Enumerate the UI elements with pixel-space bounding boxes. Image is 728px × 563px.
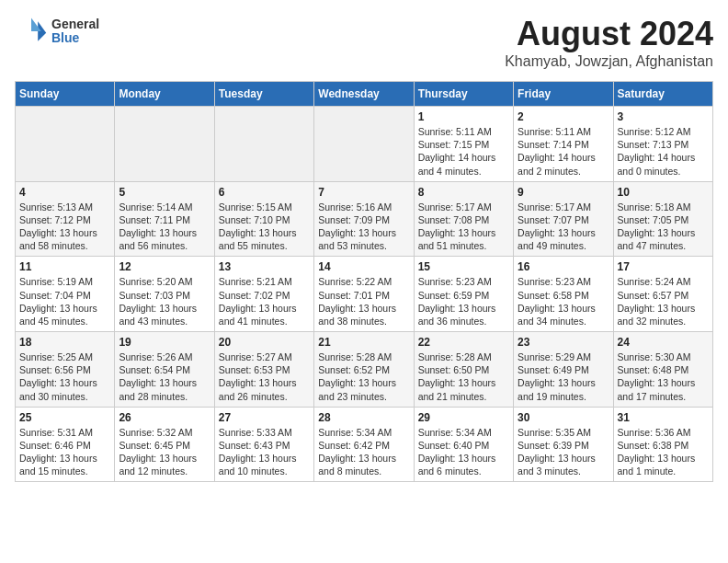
day-info: Sunrise: 5:23 AM Sunset: 6:58 PM Dayligh… [518,275,609,327]
day-info: Sunrise: 5:12 AM Sunset: 7:13 PM Dayligh… [618,125,709,178]
day-number: 25 [19,411,110,424]
logo: General Blue [15,15,99,48]
day-info: Sunrise: 5:27 AM Sunset: 6:53 PM Dayligh… [219,350,310,403]
day-info: Sunrise: 5:36 AM Sunset: 6:38 PM Dayligh… [618,426,709,478]
day-info: Sunrise: 5:26 AM Sunset: 6:54 PM Dayligh… [119,350,210,403]
day-number: 31 [618,411,709,424]
calendar-cell: 26Sunrise: 5:32 AM Sunset: 6:45 PM Dayli… [115,407,214,482]
day-number: 12 [119,260,210,273]
day-header-friday: Friday [514,82,613,107]
week-row-1: 1Sunrise: 5:11 AM Sunset: 7:15 PM Daylig… [16,107,713,182]
day-number: 6 [219,186,310,199]
day-info: Sunrise: 5:35 AM Sunset: 6:39 PM Dayligh… [518,426,609,478]
calendar-cell [16,107,115,182]
calendar-cell [214,107,313,182]
calendar-cell: 22Sunrise: 5:28 AM Sunset: 6:50 PM Dayli… [414,332,513,408]
day-info: Sunrise: 5:23 AM Sunset: 6:59 PM Dayligh… [418,275,509,327]
calendar-cell: 2Sunrise: 5:11 AM Sunset: 7:14 PM Daylig… [514,107,613,182]
day-header-wednesday: Wednesday [314,82,414,107]
day-number: 27 [219,411,310,424]
page-header: General Blue August 2024 Khamyab, Jowzja… [15,15,713,70]
calendar-table: SundayMondayTuesdayWednesdayThursdayFrid… [15,81,713,482]
week-row-5: 25Sunrise: 5:31 AM Sunset: 6:46 PM Dayli… [16,407,713,482]
day-number: 19 [119,336,210,349]
calendar-cell [115,107,214,182]
day-number: 23 [518,336,609,349]
calendar-cell: 10Sunrise: 5:18 AM Sunset: 7:05 PM Dayli… [613,181,712,257]
day-info: Sunrise: 5:34 AM Sunset: 6:42 PM Dayligh… [318,426,409,478]
day-number: 3 [618,110,709,123]
day-info: Sunrise: 5:28 AM Sunset: 6:52 PM Dayligh… [318,350,409,403]
calendar-cell: 23Sunrise: 5:29 AM Sunset: 6:49 PM Dayli… [514,332,613,408]
calendar-header-row: SundayMondayTuesdayWednesdayThursdayFrid… [16,82,713,107]
calendar-cell: 11Sunrise: 5:19 AM Sunset: 7:04 PM Dayli… [16,257,115,332]
day-info: Sunrise: 5:20 AM Sunset: 7:03 PM Dayligh… [119,275,210,327]
calendar-cell: 3Sunrise: 5:12 AM Sunset: 7:13 PM Daylig… [613,107,712,182]
week-row-3: 11Sunrise: 5:19 AM Sunset: 7:04 PM Dayli… [16,257,713,332]
calendar-cell: 18Sunrise: 5:25 AM Sunset: 6:56 PM Dayli… [16,332,115,408]
calendar-cell: 28Sunrise: 5:34 AM Sunset: 6:42 PM Dayli… [314,407,414,482]
day-info: Sunrise: 5:25 AM Sunset: 6:56 PM Dayligh… [19,350,110,403]
day-number: 14 [318,260,409,273]
calendar-cell: 17Sunrise: 5:24 AM Sunset: 6:57 PM Dayli… [613,257,712,332]
day-header-tuesday: Tuesday [214,82,313,107]
week-row-4: 18Sunrise: 5:25 AM Sunset: 6:56 PM Dayli… [16,332,713,408]
logo-line2: Blue [51,31,99,45]
day-info: Sunrise: 5:33 AM Sunset: 6:43 PM Dayligh… [219,426,310,478]
day-info: Sunrise: 5:19 AM Sunset: 7:04 PM Dayligh… [19,275,110,327]
calendar-cell: 12Sunrise: 5:20 AM Sunset: 7:03 PM Dayli… [115,257,214,332]
day-info: Sunrise: 5:17 AM Sunset: 7:08 PM Dayligh… [418,201,509,253]
day-number: 5 [119,186,210,199]
day-info: Sunrise: 5:24 AM Sunset: 6:57 PM Dayligh… [618,275,709,327]
calendar-cell: 27Sunrise: 5:33 AM Sunset: 6:43 PM Dayli… [214,407,313,482]
day-number: 28 [318,411,409,424]
calendar-cell: 1Sunrise: 5:11 AM Sunset: 7:15 PM Daylig… [414,107,513,182]
calendar-cell: 19Sunrise: 5:26 AM Sunset: 6:54 PM Dayli… [115,332,214,408]
calendar-cell [314,107,414,182]
day-number: 11 [19,260,110,273]
day-number: 26 [119,411,210,424]
calendar-cell: 16Sunrise: 5:23 AM Sunset: 6:58 PM Dayli… [514,257,613,332]
day-info: Sunrise: 5:32 AM Sunset: 6:45 PM Dayligh… [119,426,210,478]
calendar-cell: 5Sunrise: 5:14 AM Sunset: 7:11 PM Daylig… [115,181,214,257]
calendar-cell: 15Sunrise: 5:23 AM Sunset: 6:59 PM Dayli… [414,257,513,332]
calendar-cell: 31Sunrise: 5:36 AM Sunset: 6:38 PM Dayli… [613,407,712,482]
calendar-cell: 9Sunrise: 5:17 AM Sunset: 7:07 PM Daylig… [514,181,613,257]
day-number: 18 [19,336,110,349]
calendar-cell: 4Sunrise: 5:13 AM Sunset: 7:12 PM Daylig… [16,181,115,257]
day-number: 30 [518,411,609,424]
calendar-cell: 13Sunrise: 5:21 AM Sunset: 7:02 PM Dayli… [214,257,313,332]
day-number: 9 [518,186,609,199]
day-header-sunday: Sunday [16,82,115,107]
day-info: Sunrise: 5:14 AM Sunset: 7:11 PM Dayligh… [119,201,210,253]
day-number: 21 [318,336,409,349]
day-info: Sunrise: 5:29 AM Sunset: 6:49 PM Dayligh… [518,350,609,403]
day-info: Sunrise: 5:11 AM Sunset: 7:14 PM Dayligh… [518,125,609,178]
day-number: 16 [518,260,609,273]
calendar-cell: 21Sunrise: 5:28 AM Sunset: 6:52 PM Dayli… [314,332,414,408]
day-info: Sunrise: 5:18 AM Sunset: 7:05 PM Dayligh… [618,201,709,253]
day-number: 13 [219,260,310,273]
calendar-cell: 7Sunrise: 5:16 AM Sunset: 7:09 PM Daylig… [314,181,414,257]
day-info: Sunrise: 5:28 AM Sunset: 6:50 PM Dayligh… [418,350,509,403]
logo-icon [15,15,48,48]
calendar-cell: 30Sunrise: 5:35 AM Sunset: 6:39 PM Dayli… [514,407,613,482]
day-number: 17 [618,260,709,273]
day-number: 1 [418,110,509,123]
day-info: Sunrise: 5:31 AM Sunset: 6:46 PM Dayligh… [19,426,110,478]
calendar-cell: 29Sunrise: 5:34 AM Sunset: 6:40 PM Dayli… [414,407,513,482]
day-info: Sunrise: 5:16 AM Sunset: 7:09 PM Dayligh… [318,201,409,253]
calendar-title: August 2024 [505,15,713,53]
logo-line1: General [51,17,99,31]
calendar-cell: 24Sunrise: 5:30 AM Sunset: 6:48 PM Dayli… [613,332,712,408]
day-info: Sunrise: 5:15 AM Sunset: 7:10 PM Dayligh… [219,201,310,253]
calendar-cell: 6Sunrise: 5:15 AM Sunset: 7:10 PM Daylig… [214,181,313,257]
calendar-cell: 8Sunrise: 5:17 AM Sunset: 7:08 PM Daylig… [414,181,513,257]
day-number: 20 [219,336,310,349]
day-number: 7 [318,186,409,199]
day-number: 24 [618,336,709,349]
logo-text: General Blue [51,17,99,46]
day-info: Sunrise: 5:17 AM Sunset: 7:07 PM Dayligh… [518,201,609,253]
day-info: Sunrise: 5:21 AM Sunset: 7:02 PM Dayligh… [219,275,310,327]
day-header-thursday: Thursday [414,82,513,107]
